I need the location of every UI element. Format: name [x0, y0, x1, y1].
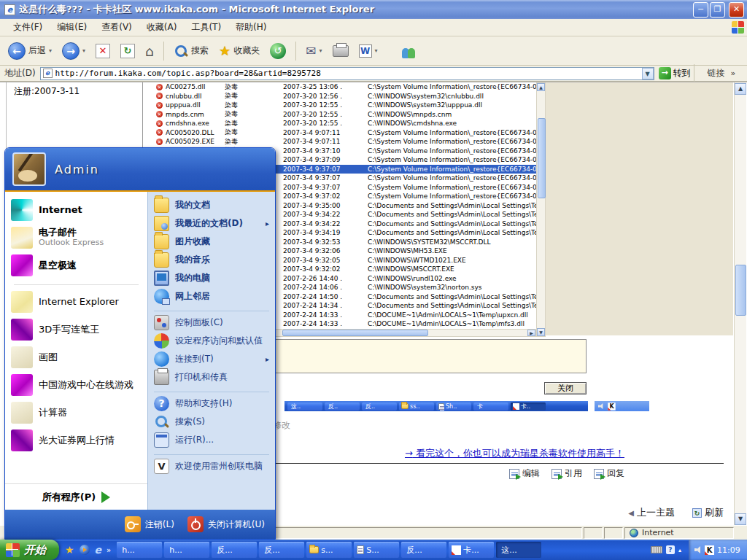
shut-down-button[interactable]: 关闭计算机(U)	[187, 516, 265, 532]
start-menu-item[interactable]: 画图	[5, 343, 147, 371]
hide-icons-chevron[interactable]: ▴	[678, 547, 681, 553]
start-menu-item[interactable]: 设定程序访问和默认值	[148, 332, 275, 350]
history-button[interactable]: ↺	[266, 42, 290, 61]
start-menu-item[interactable]: 计算器	[5, 399, 147, 427]
start-menu-item[interactable]: 帮助和支持(H)	[148, 394, 275, 413]
scrollbar-thumb[interactable]	[282, 330, 428, 336]
back-caret-icon[interactable]: ▾	[49, 47, 52, 54]
scroll-right-icon[interactable]: ▶	[527, 330, 535, 336]
forward-caret-icon[interactable]: ▾	[82, 47, 85, 54]
minimize-button[interactable]: ─	[693, 2, 708, 18]
quicklaunch-star-icon[interactable]: ★	[65, 544, 74, 556]
start-menu-item[interactable]: 欢迎使用雷州创联电脑	[148, 457, 275, 475]
start-menu-item[interactable]: 搜索(S)	[148, 413, 275, 431]
start-menu-item[interactable]: 连接到(T)	[148, 350, 275, 368]
start-menu-item[interactable]: 我的音乐	[148, 251, 275, 269]
help-tray-icon[interactable]: ?	[666, 545, 675, 554]
search-button[interactable]: 搜索	[170, 42, 212, 60]
task-button[interactable]: h...	[164, 542, 209, 558]
kaspersky-tray-icon[interactable]: K	[705, 545, 714, 555]
close-button[interactable]: ✕	[729, 2, 744, 18]
start-menu-item[interactable]: 3D手写连笔王	[5, 316, 147, 343]
back-button[interactable]: ← 后退▾	[4, 41, 55, 61]
start-menu-item[interactable]: 中国游戏中心在线游戏	[5, 371, 147, 399]
start-menu-item[interactable]: 光大证券网上行情	[5, 427, 147, 454]
log-off-button[interactable]: 注销(L)	[125, 516, 174, 532]
post-action-button[interactable]: 引用	[551, 467, 582, 480]
quicklaunch-overflow-icon[interactable]: »	[107, 546, 111, 554]
start-menu-item[interactable]: 控制面板(C)	[148, 314, 275, 332]
menu-item[interactable]: 文件(F)	[6, 19, 50, 36]
scroll-down-icon[interactable]: ▼	[537, 328, 545, 336]
start-button[interactable]: 开始	[0, 540, 59, 560]
go-button[interactable]: → 转到	[659, 67, 691, 79]
post-action-button[interactable]: 回复	[594, 467, 624, 480]
start-menu-item[interactable]: 星空极速	[5, 252, 147, 279]
scroll-up-icon[interactable]: ▲	[735, 83, 746, 95]
dialog-close-button[interactable]: 关闭	[544, 382, 587, 394]
links-chevron-icon[interactable]: »	[731, 69, 736, 78]
task-button[interactable]: 卡...	[449, 542, 494, 558]
scrollbar-thumb[interactable]	[538, 118, 546, 198]
start-menu-item[interactable]: 打印机和传真	[148, 368, 275, 386]
internet-explorer-icon[interactable]: e	[95, 544, 102, 556]
messenger-button[interactable]	[398, 42, 421, 60]
table-row[interactable]: cnlubbu.dll 染毒 2007-3-20 12:56 . C:\WIND…	[150, 92, 536, 101]
start-menu-item[interactable]: 运行(R)...	[148, 431, 275, 449]
word-caret-icon[interactable]: ▾	[375, 47, 378, 54]
scrollbar-thumb[interactable]	[735, 265, 746, 316]
menu-item[interactable]: 收藏(A)	[139, 19, 185, 36]
task-button[interactable]: S...	[354, 542, 399, 558]
task-button[interactable]: 反...	[259, 542, 304, 558]
task-button[interactable]: h...	[117, 542, 162, 558]
favorites-button[interactable]: ★收藏夹	[215, 42, 263, 60]
start-menu-item[interactable]: Internet	[5, 196, 147, 224]
start-menu-item[interactable]: 网上邻居	[148, 287, 275, 306]
start-menu-item[interactable]: 我最近的文档(D)	[148, 214, 275, 233]
menu-item[interactable]: 工具(T)	[184, 19, 228, 36]
table-row[interactable]: AC00275.dll 染毒 2007-3-25 13:06 . C:\Syst…	[150, 82, 536, 92]
start-menu-item[interactable]	[154, 449, 269, 455]
home-button[interactable]: ⌂	[142, 42, 158, 61]
volume-icon[interactable]	[694, 546, 702, 553]
table-row[interactable]: AC005020.DLL 染毒 2007-3-4 9:07:11 C:\Syst…	[150, 128, 536, 138]
task-button[interactable]: 反...	[212, 542, 257, 558]
start-menu-item[interactable]	[154, 386, 269, 392]
browser-vertical-scrollbar[interactable]: ▲ ▼	[734, 82, 746, 526]
mail-caret-icon[interactable]: ▾	[319, 47, 322, 54]
task-button[interactable]: 反...	[401, 542, 446, 558]
media-player-icon[interactable]	[80, 545, 90, 555]
table-row[interactable]: mnpds.cnm 染毒 2007-3-20 12:55 . C:\WINDOW…	[150, 110, 536, 120]
mail-button[interactable]: ✉▾	[302, 42, 325, 60]
promo-link[interactable]: → 看完这个，你也可以成为瑞星杀毒软件使用高手！	[405, 448, 624, 459]
menu-item[interactable]: 帮助(H)	[228, 19, 274, 36]
start-menu-item[interactable]: 图片收藏	[148, 233, 275, 251]
table-row[interactable]: upppua.dll 染毒 2007-3-20 12:55 . C:\WINDO…	[150, 101, 536, 110]
refresh-link[interactable]: ↻ 刷新	[692, 506, 724, 519]
log-vertical-scrollbar[interactable]: ▲ ▼	[536, 82, 546, 337]
start-menu-item[interactable]	[154, 306, 269, 311]
prev-topic-link[interactable]: ◀ 上一主题	[628, 506, 675, 519]
clock[interactable]: 11:09	[717, 545, 740, 555]
refresh-button[interactable]: ↻	[117, 42, 139, 60]
start-menu-item[interactable]: 我的文档	[148, 196, 275, 214]
scroll-down-icon[interactable]: ▼	[735, 513, 746, 525]
start-menu-item[interactable]: Internet Explorer	[5, 288, 147, 316]
keyboard-layout-icon[interactable]	[651, 546, 662, 553]
edit-with-word-button[interactable]: W▾	[355, 43, 382, 59]
address-input[interactable]: e http://forum.ikaka.com/topic.asp?board…	[40, 67, 654, 80]
table-row[interactable]: cmdshna.exe 染毒 2007-3-20 12:55 . C:\WIND…	[150, 119, 536, 128]
address-dropdown-icon[interactable]: ▼	[642, 68, 654, 79]
restore-button[interactable]: ❐	[710, 2, 725, 18]
links-label[interactable]: 链接	[708, 67, 725, 79]
start-menu-item[interactable]: 电子邮件Outlook Express	[5, 224, 147, 252]
forward-button[interactable]: → ▾	[58, 41, 89, 61]
print-button[interactable]	[329, 44, 352, 58]
post-action-button[interactable]: 编辑	[509, 467, 540, 480]
menu-item[interactable]: 编辑(E)	[50, 19, 94, 36]
task-button[interactable]: s...	[306, 542, 352, 558]
start-menu-item[interactable]	[14, 279, 139, 285]
menu-item[interactable]: 查看(V)	[94, 19, 139, 36]
scroll-up-icon[interactable]: ▲	[537, 83, 545, 91]
stop-button[interactable]: ✕	[92, 42, 114, 60]
